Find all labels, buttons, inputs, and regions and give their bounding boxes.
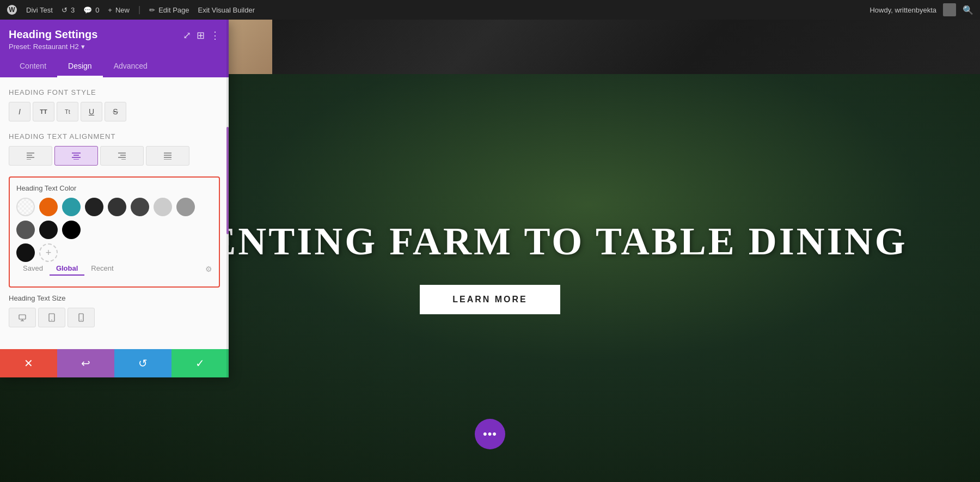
cancel-button[interactable]: ✕ — [0, 349, 57, 377]
color-dark2[interactable] — [108, 198, 126, 216]
floating-dots-button[interactable]: ••• — [475, 419, 505, 449]
underline-button[interactable]: U — [81, 102, 102, 121]
learn-more-button[interactable]: LEARN MORE — [420, 285, 560, 314]
scroll-handle[interactable] — [226, 20, 229, 377]
wp-logo[interactable]: W — [7, 4, 17, 15]
color-tab-global[interactable]: Global — [50, 262, 84, 276]
align-right-icon — [117, 152, 127, 160]
svg-point-24 — [81, 320, 81, 320]
admin-bar: W Divi Test ↺ 3 💬 0 + New | ✏ Edit Page … — [0, 0, 980, 20]
align-center-button[interactable] — [54, 146, 98, 166]
color-orange[interactable] — [39, 198, 58, 216]
add-color-button[interactable]: + — [39, 243, 58, 262]
split-view-icon[interactable]: ⊞ — [197, 29, 205, 41]
edit-page-link[interactable]: ✏ Edit Page — [149, 6, 189, 14]
italic-button[interactable]: I — [9, 102, 30, 121]
align-justify-icon — [163, 152, 173, 160]
main-content: REINVENTING FARM TO TABLE DINING LEARN M… — [0, 20, 980, 482]
color-selected-dark[interactable] — [16, 243, 35, 262]
text-alignment-label: Heading Text Alignment — [9, 132, 220, 141]
font-style-buttons: I TT Tt U S — [9, 102, 220, 121]
comments[interactable]: 💬 0 — [83, 6, 99, 14]
svg-point-22 — [51, 320, 52, 321]
panel-title-area: Heading Settings Preset: Restaurant H2 ▾ — [9, 28, 183, 51]
text-size-label: Heading Text Size — [9, 294, 220, 302]
exit-builder-link[interactable]: Exit Visual Builder — [198, 6, 255, 14]
color-black2[interactable] — [62, 221, 81, 239]
color-black1[interactable] — [39, 221, 58, 239]
align-right-button[interactable] — [100, 146, 144, 166]
redo-button[interactable]: ↺ — [114, 349, 171, 377]
settings-panel: Heading Settings Preset: Restaurant H2 ▾… — [0, 20, 229, 377]
color-tab-saved[interactable]: Saved — [16, 262, 50, 276]
panel-body: Heading Font Style I TT Tt U S Heading T… — [0, 77, 229, 349]
color-gray1[interactable] — [154, 198, 172, 216]
panel-tabs: Content Design Advanced — [0, 56, 229, 77]
text-size-buttons — [9, 308, 220, 327]
tab-content[interactable]: Content — [9, 56, 57, 77]
color-tabs: Saved Global Recent ⚙ — [16, 262, 212, 276]
new-button[interactable]: + New — [108, 6, 130, 14]
color-teal[interactable] — [62, 198, 81, 216]
color-section: Heading Text Color + — [9, 176, 220, 288]
color-transparent[interactable] — [16, 198, 35, 216]
tab-design[interactable]: Design — [57, 56, 103, 77]
font-style-label: Heading Font Style — [9, 88, 220, 96]
separator: | — [138, 5, 140, 15]
mobile-icon — [78, 313, 84, 322]
align-left-icon — [26, 152, 35, 160]
uppercase-button[interactable]: TT — [33, 102, 54, 121]
scroll-thumb — [226, 127, 229, 234]
align-center-icon — [71, 152, 81, 160]
top-image-right — [272, 20, 980, 74]
site-name[interactable]: Divi Test — [26, 6, 53, 14]
size-desktop-button[interactable] — [9, 308, 36, 327]
wordpress-icon: W — [7, 4, 17, 15]
color-section-label: Heading Text Color — [16, 184, 212, 192]
svg-rect-18 — [19, 315, 26, 319]
admin-bar-right: Howdy, writtenbyekta 🔍 — [869, 3, 973, 16]
color-darkgray[interactable] — [16, 221, 35, 239]
howdy-text: Howdy, writtenbyekta — [869, 6, 936, 14]
color-swatches — [16, 198, 212, 239]
save-button[interactable]: ✓ — [171, 349, 229, 377]
color-gray2[interactable] — [176, 198, 195, 216]
more-options-icon[interactable]: ⋮ — [210, 29, 220, 41]
panel-title: Heading Settings — [9, 28, 183, 41]
panel-header-icons: ⤢ ⊞ ⋮ — [183, 28, 220, 41]
undo-button[interactable]: ↩ — [57, 349, 114, 377]
panel-preset[interactable]: Preset: Restaurant H2 ▾ — [9, 42, 183, 51]
panel-header: Heading Settings Preset: Restaurant H2 ▾… — [0, 20, 229, 56]
svg-text:W: W — [9, 6, 15, 14]
tablet-icon — [48, 313, 55, 322]
revisions[interactable]: ↺ 3 — [62, 6, 75, 14]
capitalize-button[interactable]: Tt — [57, 102, 78, 121]
color-dark3[interactable] — [131, 198, 149, 216]
fullscreen-icon[interactable]: ⤢ — [183, 29, 191, 41]
align-left-button[interactable] — [9, 146, 52, 166]
strikethrough-button[interactable]: S — [105, 102, 126, 121]
size-tablet-button[interactable] — [38, 308, 65, 327]
align-justify-button[interactable] — [146, 146, 189, 166]
desktop-icon — [18, 313, 27, 322]
panel-actions: ✕ ↩ ↺ ✓ — [0, 349, 229, 377]
user-avatar[interactable] — [943, 3, 956, 16]
alignment-buttons — [9, 146, 220, 166]
tab-advanced[interactable]: Advanced — [103, 56, 158, 77]
color-settings-gear-icon[interactable]: ⚙ — [205, 265, 212, 273]
color-dark1[interactable] — [85, 198, 103, 216]
search-icon[interactable]: 🔍 — [963, 5, 973, 15]
color-tab-recent[interactable]: Recent — [84, 262, 120, 276]
size-mobile-button[interactable] — [68, 308, 95, 327]
